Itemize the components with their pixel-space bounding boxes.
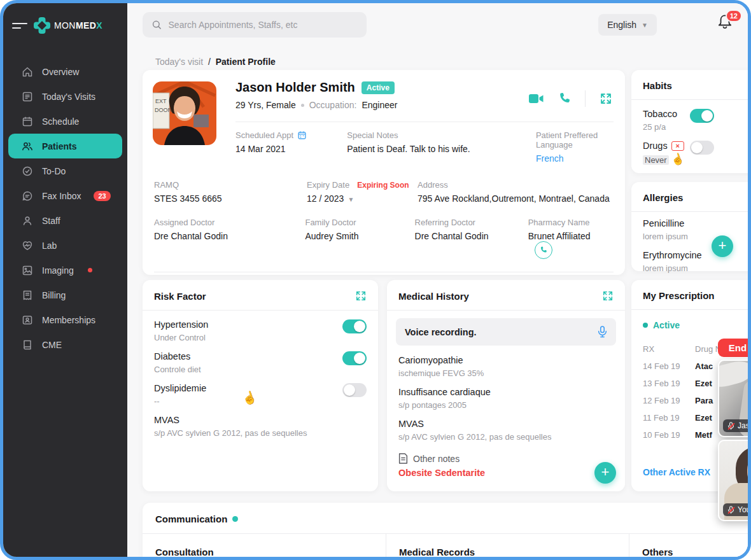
phone-call-button[interactable] xyxy=(558,92,571,105)
risk-note: Controle diet xyxy=(154,365,201,374)
app-frame: MONMEDX Overview Today's Visits Schedule… xyxy=(0,0,751,560)
sidebar-item-todo[interactable]: To-Do xyxy=(8,158,122,183)
pharmacy-phone-icon[interactable] xyxy=(535,241,552,259)
risk-toggle[interactable] xyxy=(342,383,367,397)
risk-item: MVAS s/p AVC sylvien G 2012, pas de sequ… xyxy=(143,406,378,438)
participant-name: You xyxy=(738,505,748,514)
risk-toggle[interactable] xyxy=(342,351,367,365)
search-icon xyxy=(151,19,162,31)
chevron-down-icon: ▼ xyxy=(347,196,354,203)
expand-icon[interactable] xyxy=(355,290,367,302)
other-notes-value[interactable]: Obesite Sedentarite xyxy=(387,464,625,478)
other-active-rx-link[interactable]: Other Active RX xyxy=(643,467,710,477)
notification-badge: 12 xyxy=(726,10,742,22)
risk-note: Under Control xyxy=(154,333,208,342)
chevron-down-icon: ▼ xyxy=(642,22,648,29)
rx-column-header: RX xyxy=(643,344,695,354)
other-notes-label: Other notes xyxy=(413,454,460,464)
expand-icon[interactable] xyxy=(600,92,612,105)
habit-toggle[interactable] xyxy=(690,109,714,123)
video-tile-self[interactable]: You xyxy=(718,440,748,521)
sidebar-item-fax-inbox[interactable]: Fax Inbox 23 xyxy=(8,183,122,208)
participant-label: You xyxy=(723,503,748,516)
rx-date: 10 Feb 19 xyxy=(643,430,695,440)
add-allergy-button[interactable]: + xyxy=(712,235,733,257)
habit-toggle[interactable] xyxy=(690,141,714,155)
card-title: My Prescription xyxy=(643,290,715,301)
risk-toggle[interactable] xyxy=(342,319,367,333)
scheduled-appt-value: 14 Mar 2021 xyxy=(235,144,347,154)
sidebar-item-lab[interactable]: Lab xyxy=(8,233,122,258)
assigned-doctor-value: Dre Chantal Godin xyxy=(154,231,305,241)
mic-muted-icon xyxy=(727,506,734,514)
notes-icon xyxy=(398,453,408,464)
card-title: Allergies xyxy=(643,192,683,203)
tab-medical-records[interactable]: Medical Records xyxy=(386,534,629,557)
medical-history-card: Medical History Voice recording. Cariomy… xyxy=(387,280,625,491)
allergy-item: Penicilline lorem ipsum xyxy=(631,212,748,241)
ramq-value: STES 3455 6665 xyxy=(154,193,307,204)
address-label: Address xyxy=(418,180,448,190)
referring-doctor-field: Referring Doctor Dre Chantal Godin xyxy=(415,218,528,259)
pharmacy-label: Pharmacy Name xyxy=(528,218,590,227)
calendar-blue-icon[interactable] xyxy=(297,130,307,140)
imaging-icon xyxy=(22,265,33,276)
video-call-button[interactable] xyxy=(529,93,544,104)
tab-others[interactable]: Others xyxy=(629,534,748,557)
rx-drug: Atac xyxy=(695,361,713,371)
sidebar-item-schedule[interactable]: Schedule xyxy=(8,109,122,134)
sidebar-item-overview[interactable]: Overview xyxy=(8,59,122,84)
menu-icon[interactable] xyxy=(12,20,27,32)
pharmacy-field: Pharmacy Name Brunet Affiliated xyxy=(528,218,614,259)
search-bar[interactable] xyxy=(143,12,367,38)
notifications-button[interactable]: 12 xyxy=(717,13,738,35)
family-doctor-field: Family Doctor Audrey Smith xyxy=(305,218,414,259)
video-tile-patient[interactable]: Jaso xyxy=(718,360,748,437)
habit-item: Drugs × Never ☝ xyxy=(631,132,748,165)
check-circle-icon xyxy=(22,165,33,177)
expiry-dropdown[interactable]: 12 / 2023▼ xyxy=(307,193,418,204)
voice-recording-row[interactable]: Voice recording. xyxy=(396,318,616,346)
add-history-button[interactable]: + xyxy=(594,462,616,484)
expand-icon[interactable] xyxy=(602,290,614,302)
tab-consultation[interactable]: Consultation xyxy=(143,534,386,557)
breadcrumb: Today's visit / Patient Profile xyxy=(155,57,276,67)
svg-text:DOOR: DOOR xyxy=(155,107,172,113)
sidebar-item-patients[interactable]: Patients xyxy=(8,134,122,158)
family-doctor-value: Audrey Smith xyxy=(305,231,414,241)
address-field: Address 795 Ave Rockland,Outremont, Mont… xyxy=(418,180,610,204)
breadcrumb-parent[interactable]: Today's visit xyxy=(155,57,203,67)
remove-tag-icon[interactable]: × xyxy=(671,141,684,151)
sidebar-item-imaging[interactable]: Imaging xyxy=(8,258,122,283)
allergies-card: Allergies Penicilline lorem ipsum Erythr… xyxy=(631,182,748,271)
history-item: Cariomyopathie ischemique FEVG 35% xyxy=(387,346,625,378)
risk-name: Hypertension xyxy=(154,319,208,330)
sidebar-item-label: Patients xyxy=(42,141,76,151)
habit-item: Tobacco 25 p/a xyxy=(631,100,748,132)
dot-separator xyxy=(301,104,304,107)
sidebar-item-staff[interactable]: Staff xyxy=(8,208,122,233)
sidebar-item-cme[interactable]: CME xyxy=(8,332,122,357)
search-input[interactable] xyxy=(169,20,358,30)
visits-icon xyxy=(22,91,33,102)
sidebar-item-memberships[interactable]: Memberships xyxy=(8,307,122,332)
sidebar-item-label: CME xyxy=(42,340,62,350)
rx-date: 13 Feb 19 xyxy=(643,379,695,388)
svg-text:EXT: EXT xyxy=(155,98,167,104)
rx-date: 11 Feb 19 xyxy=(643,413,695,423)
language-value-link[interactable]: French xyxy=(536,153,614,164)
risk-item: Dyslipidemie -- ☝ xyxy=(143,374,378,406)
risk-item: Hypertension Under Control xyxy=(143,311,378,342)
referring-doctor-label: Referring Doctor xyxy=(415,218,475,227)
end-call-button[interactable]: End xyxy=(718,339,748,357)
breadcrumb-current: Patient Profile xyxy=(216,57,276,67)
special-notes-label: Special Notes xyxy=(347,130,398,140)
sidebar-item-todays-visits[interactable]: Today's Visits xyxy=(8,84,122,109)
hand-cursor-icon: ☝ xyxy=(241,390,258,406)
language-selector[interactable]: English ▼ xyxy=(598,14,657,36)
risk-note: s/p AVC sylvien G 2012, pas de sequelles xyxy=(154,428,307,438)
sidebar-item-billing[interactable]: Billing xyxy=(8,283,122,307)
habit-note: Never xyxy=(643,155,669,165)
language-label: English xyxy=(607,20,636,30)
microphone-icon[interactable] xyxy=(598,326,607,338)
